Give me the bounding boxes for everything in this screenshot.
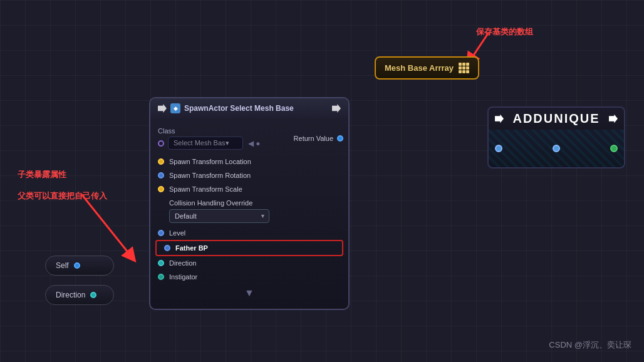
spawn-icon: ◆	[170, 103, 180, 113]
pin-instigator: Instigator	[150, 270, 348, 284]
collision-select-wrapper[interactable]: Default Always Spawn Try Adjust If Possi…	[169, 209, 269, 223]
class-arrows: ◀ ●	[248, 139, 261, 148]
annotation-save-array: 保存基类的数组	[476, 26, 533, 38]
self-node[interactable]: Self	[45, 256, 114, 276]
pin-dot-level[interactable]	[158, 230, 164, 236]
addunique-title: ADDUNIQUE	[504, 111, 609, 126]
pin-label-father-bp: Father BP	[175, 244, 208, 252]
class-label: Class	[158, 127, 341, 135]
pin-label-scale: Spawn Transform Scale	[169, 185, 242, 193]
spawn-exec-out[interactable]	[332, 104, 341, 113]
collision-select[interactable]: Default Always Spawn Try Adjust If Possi…	[169, 209, 269, 223]
pin-dot-instigator[interactable]	[158, 274, 164, 280]
annotation-subclass: 子类暴露属性 父类可以直接把自己传入	[18, 169, 107, 192]
pin-label-location: Spawn Transform Location	[169, 158, 251, 165]
class-pin[interactable]	[158, 140, 164, 147]
pin-spawn-scale: Spawn Transform Scale	[150, 182, 348, 196]
pin-label-direction: Direction	[169, 259, 196, 267]
watermark: CSDN @浮沉、奕让琛	[549, 339, 631, 351]
addunique-node[interactable]: ADDUNIQUE	[487, 106, 625, 168]
exec-pin-out[interactable]	[609, 115, 618, 123]
direction-node[interactable]: Direction	[45, 285, 114, 305]
spawn-header-left: ◆ SpawnActor Select Mesh Base	[158, 103, 294, 113]
pin-dot-father-bp[interactable]	[164, 245, 170, 251]
pin-father-bp: Father BP	[155, 240, 343, 256]
self-label: Self	[56, 261, 69, 270]
direction-label: Direction	[56, 291, 85, 299]
pin-dot-scale[interactable]	[158, 186, 164, 192]
mesh-base-array-node[interactable]: Mesh Base Arrray	[375, 56, 479, 80]
grid-icon	[459, 63, 469, 73]
addunique-pin-left[interactable]	[495, 145, 502, 152]
direction-pin[interactable]	[90, 292, 96, 298]
addunique-pin-left2[interactable]	[553, 145, 560, 152]
addunique-pin-right[interactable]	[610, 145, 618, 152]
addunique-header: ADDUNIQUE	[489, 108, 624, 130]
scroll-arrow[interactable]: ▼	[150, 284, 348, 303]
addunique-body	[489, 130, 624, 167]
pin-level: Level	[150, 226, 348, 240]
pin-label-level: Level	[169, 229, 185, 237]
pin-spawn-location: Spawn Transform Location	[150, 155, 348, 168]
pin-dot-location[interactable]	[158, 158, 164, 165]
class-input[interactable]: Select Mesh Bas▾	[168, 137, 243, 150]
spawn-actor-node[interactable]: ◆ SpawnActor Select Mesh Base Class Sele…	[149, 97, 350, 310]
exec-pin-in[interactable]	[495, 115, 504, 123]
collision-row: Collision Handling Override Default Alwa…	[150, 196, 348, 226]
spawn-title: SpawnActor Select Mesh Base	[184, 104, 294, 113]
pin-spawn-rotation: Spawn Transform Rotation	[150, 168, 348, 182]
mesh-base-label: Mesh Base Arrray	[385, 63, 454, 73]
collision-label: Collision Handling Override	[158, 199, 341, 207]
pin-direction: Direction	[150, 256, 348, 270]
spawn-body: Class Select Mesh Bas▾ ◀ ● Return Value …	[150, 118, 348, 309]
spawn-exec-in[interactable]	[158, 104, 167, 113]
spawn-header: ◆ SpawnActor Select Mesh Base	[150, 98, 348, 118]
self-pin[interactable]	[74, 262, 80, 269]
pin-label-instigator: Instigator	[169, 273, 197, 281]
return-value-pin[interactable]	[337, 135, 343, 142]
pin-dot-rotation[interactable]	[158, 172, 164, 178]
pin-label-rotation: Spawn Transform Rotation	[169, 172, 251, 179]
return-value-label: Return Value	[294, 135, 333, 142]
pin-dot-direction[interactable]	[158, 260, 164, 266]
